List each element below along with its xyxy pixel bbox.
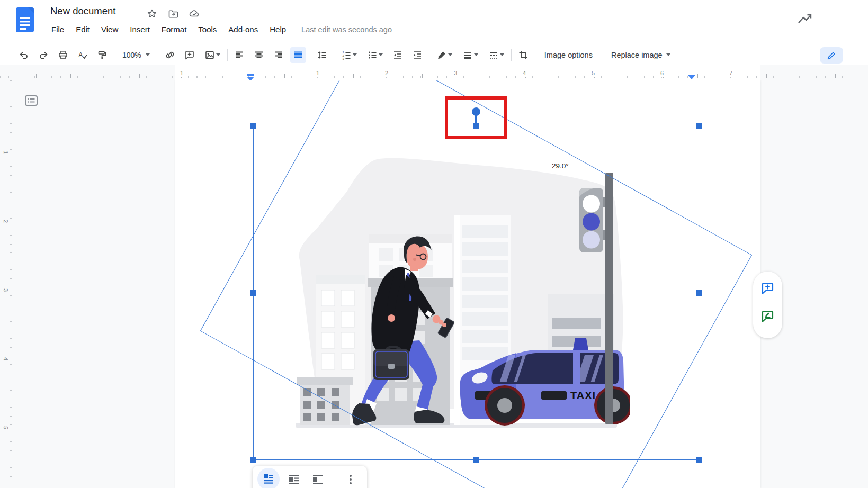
chevron-down-icon <box>500 53 504 56</box>
handle-top-right[interactable] <box>696 123 702 129</box>
crop-icon[interactable] <box>515 47 531 63</box>
chevron-down-icon <box>216 53 220 56</box>
show-outline-icon[interactable] <box>23 94 39 107</box>
zoom-value: 100% <box>122 51 141 59</box>
editing-mode-button[interactable] <box>820 47 843 64</box>
chevron-down-icon <box>379 53 383 56</box>
bulleted-list-icon[interactable] <box>364 47 386 63</box>
line-spacing-icon[interactable] <box>314 47 330 63</box>
ruler-number: 1 <box>315 69 321 77</box>
ruler-number: 4 <box>521 69 527 77</box>
ruler-number: 6 <box>659 69 665 77</box>
align-center-icon[interactable] <box>251 47 267 63</box>
ruler-number: 2 <box>383 69 390 77</box>
chevron-down-icon <box>353 53 357 56</box>
document-title[interactable]: New document <box>50 5 115 17</box>
handle-middle-left[interactable] <box>250 290 256 296</box>
menu-help[interactable]: Help <box>264 23 292 35</box>
menu-view[interactable]: View <box>95 23 124 35</box>
ruler-number: 1 <box>3 150 9 155</box>
chevron-down-icon <box>474 53 478 56</box>
vertical-ruler[interactable]: 12345 <box>0 80 15 488</box>
move-folder-icon[interactable] <box>167 7 180 20</box>
menu-file[interactable]: File <box>46 23 70 35</box>
handle-bottom-left[interactable] <box>250 457 256 463</box>
document-canvas: 12345 <box>0 80 868 488</box>
border-color-icon[interactable] <box>433 47 455 63</box>
handle-top-left[interactable] <box>250 123 256 129</box>
print-icon[interactable] <box>55 47 71 63</box>
insert-link-icon[interactable] <box>162 47 178 63</box>
replace-image-button[interactable]: Replace image <box>606 47 676 63</box>
ruler-number: 1 <box>178 69 185 77</box>
redo-icon[interactable] <box>35 47 51 63</box>
handle-bottom-right[interactable] <box>696 457 702 463</box>
first-line-indent-marker[interactable] <box>247 74 254 76</box>
layout-in-line-button[interactable] <box>257 468 280 488</box>
cloud-saved-icon[interactable] <box>188 7 201 20</box>
suggest-edits-button[interactable] <box>760 309 775 323</box>
paint-format-icon[interactable] <box>94 47 110 63</box>
toolbar: A 100% <box>0 45 868 65</box>
menu-addons[interactable]: Add-ons <box>222 23 264 35</box>
last-edit-status[interactable]: Last edit was seconds ago <box>301 25 392 34</box>
layout-wrap-text-button[interactable] <box>287 473 301 486</box>
right-indent-marker[interactable] <box>688 75 695 79</box>
justify-icon[interactable] <box>290 47 306 63</box>
menu-insert[interactable]: Insert <box>124 23 156 35</box>
handle-middle-right[interactable] <box>696 290 702 296</box>
horizontal-ruler[interactable]: 11234567 <box>0 65 868 80</box>
header: New document File Edit View Insert Forma… <box>0 0 868 45</box>
more-options-icon[interactable] <box>344 473 357 486</box>
ruler-number: 5 <box>590 69 596 77</box>
line-weight-icon[interactable] <box>459 47 481 63</box>
docs-logo-icon[interactable] <box>15 7 35 33</box>
wrap-text-icon <box>288 474 300 485</box>
zoom-select[interactable]: 100% <box>118 47 154 63</box>
spell-check-icon[interactable]: A <box>75 47 91 63</box>
numbered-list-icon[interactable]: 123 <box>338 47 360 63</box>
trending-up-icon[interactable] <box>796 11 816 28</box>
chevron-down-icon <box>448 53 452 56</box>
menu-edit[interactable]: Edit <box>70 23 95 35</box>
chevron-down-icon <box>666 53 670 56</box>
google-docs-window: New document File Edit View Insert Forma… <box>0 0 868 488</box>
image-options-button[interactable]: Image options <box>539 47 598 63</box>
rotation-angle-label: 29.0° <box>552 162 569 170</box>
ruler-number: 5 <box>3 425 9 430</box>
add-comment-icon <box>760 281 775 295</box>
handle-bottom-center[interactable] <box>473 457 479 463</box>
increase-indent-icon[interactable] <box>409 47 425 63</box>
ruler-number: 4 <box>3 356 9 362</box>
ruler-number: 3 <box>452 69 459 77</box>
side-action-pill <box>753 272 782 338</box>
in-line-icon <box>263 473 274 485</box>
align-left-icon[interactable] <box>231 47 247 63</box>
layout-break-text-button[interactable] <box>311 473 325 486</box>
svg-text:3: 3 <box>342 57 344 60</box>
break-text-icon <box>312 474 324 485</box>
annotation-highlight-box <box>445 96 507 139</box>
menu-bar: File Edit View Insert Format Tools Add-o… <box>46 23 392 35</box>
menu-format[interactable]: Format <box>156 23 193 35</box>
suggest-edits-icon <box>760 309 775 323</box>
svg-text:A: A <box>78 51 83 58</box>
align-right-icon[interactable] <box>271 47 287 63</box>
image-layout-toolbar <box>253 466 367 488</box>
pencil-icon <box>827 51 836 60</box>
image-selection-box <box>253 126 699 460</box>
ruler-number: 7 <box>728 69 734 77</box>
star-icon[interactable] <box>146 7 158 20</box>
line-dash-icon[interactable] <box>485 47 507 63</box>
ruler-number: 3 <box>3 287 9 293</box>
decrease-indent-icon[interactable] <box>390 47 406 63</box>
ruler-number: 2 <box>3 219 9 224</box>
undo-icon[interactable] <box>16 47 32 63</box>
chevron-down-icon <box>146 53 150 56</box>
insert-image-icon[interactable] <box>201 47 223 63</box>
menu-tools[interactable]: Tools <box>192 23 222 35</box>
add-comment-button[interactable] <box>760 281 775 295</box>
add-comment-icon[interactable] <box>182 47 198 63</box>
